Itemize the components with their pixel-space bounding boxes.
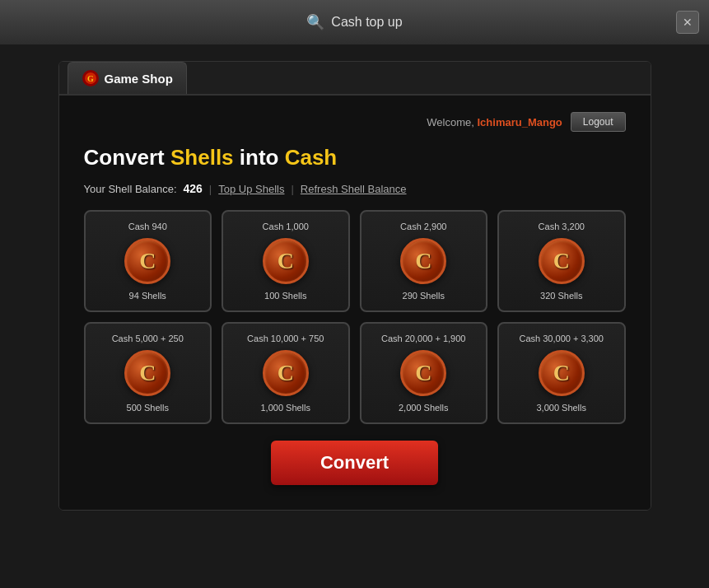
card-title: Cash 3,200 bbox=[539, 222, 585, 231]
tab-game-shop[interactable]: G Game Shop bbox=[68, 62, 187, 94]
window-title: Cash top up bbox=[331, 15, 402, 30]
card-title: Cash 20,000 + 1,900 bbox=[381, 334, 465, 343]
card-title: Cash 10,000 + 750 bbox=[247, 334, 324, 343]
username: Ichimaru_Mango bbox=[478, 116, 562, 128]
card-title: Cash 2,900 bbox=[400, 222, 446, 231]
card-card-8[interactable]: Cash 30,000 + 3,300 C 3,000 Shells bbox=[497, 322, 626, 424]
coin-icon: C bbox=[124, 238, 170, 284]
card-shells: 3,000 Shells bbox=[536, 403, 586, 413]
welcome-text: Welcome, Ichimaru_Mango bbox=[427, 116, 562, 128]
card-shells: 320 Shells bbox=[540, 291, 582, 301]
coin-icon: C bbox=[263, 350, 309, 396]
coin-icon: C bbox=[124, 350, 170, 396]
card-title: Cash 1,000 bbox=[263, 222, 309, 231]
logout-button[interactable]: Logout bbox=[571, 112, 626, 132]
card-card-7[interactable]: Cash 20,000 + 1,900 C 2,000 Shells bbox=[360, 322, 488, 424]
coin-icon: C bbox=[400, 350, 446, 396]
convert-button[interactable]: Convert bbox=[271, 441, 438, 485]
cash-word: Cash bbox=[285, 145, 338, 170]
top-up-link[interactable]: Top Up Shells bbox=[218, 183, 284, 195]
refresh-link[interactable]: Refresh Shell Balance bbox=[301, 183, 407, 195]
card-shells: 500 Shells bbox=[127, 403, 169, 413]
card-card-1[interactable]: Cash 940 C 94 Shells bbox=[84, 210, 212, 312]
card-card-3[interactable]: Cash 2,900 C 290 Shells bbox=[360, 210, 488, 312]
card-card-5[interactable]: Cash 5,000 + 250 C 500 Shells bbox=[84, 322, 212, 424]
card-card-2[interactable]: Cash 1,000 C 100 Shells bbox=[222, 210, 350, 312]
card-shells: 1,000 Shells bbox=[260, 403, 310, 413]
coin-icon: C bbox=[400, 238, 446, 284]
card-card-6[interactable]: Cash 10,000 + 750 C 1,000 Shells bbox=[222, 322, 350, 424]
tab-label: Game Shop bbox=[105, 72, 173, 86]
convert-area: Convert bbox=[84, 441, 626, 485]
content-area: Welcome, Ichimaru_Mango Logout Convert S… bbox=[59, 96, 651, 510]
coin-icon: C bbox=[539, 238, 585, 284]
title-bar: 🔍 Cash top up ✕ bbox=[0, 0, 709, 44]
page-title: Convert Shells into Cash bbox=[84, 145, 626, 170]
card-card-4[interactable]: Cash 3,200 C 320 Shells bbox=[497, 210, 626, 312]
svg-text:G: G bbox=[87, 74, 94, 83]
cards-grid: Cash 940 C 94 Shells Cash 1,000 C 100 Sh… bbox=[84, 210, 626, 424]
card-title: Cash 940 bbox=[128, 222, 167, 231]
balance-amount: 426 bbox=[184, 182, 203, 195]
balance-label: Your Shell Balance: bbox=[84, 183, 177, 195]
card-shells: 94 Shells bbox=[129, 291, 166, 301]
main-window: G Game Shop Welcome, Ichimaru_Mango Logo… bbox=[58, 61, 651, 511]
game-shop-icon: G bbox=[82, 69, 100, 87]
card-shells: 290 Shells bbox=[403, 291, 445, 301]
shells-word: Shells bbox=[170, 145, 234, 170]
card-shells: 2,000 Shells bbox=[399, 403, 449, 413]
balance-row: Your Shell Balance: 426 | Top Up Shells … bbox=[84, 182, 626, 195]
card-title: Cash 30,000 + 3,300 bbox=[520, 334, 604, 343]
header-row: Welcome, Ichimaru_Mango Logout bbox=[84, 112, 626, 132]
card-shells: 100 Shells bbox=[264, 291, 306, 301]
title-bar-content: 🔍 Cash top up bbox=[306, 13, 402, 31]
coin-icon: C bbox=[263, 238, 309, 284]
coin-icon: C bbox=[539, 350, 585, 396]
tab-bar: G Game Shop bbox=[59, 62, 651, 96]
search-icon: 🔍 bbox=[306, 13, 324, 31]
card-title: Cash 5,000 + 250 bbox=[112, 334, 184, 343]
close-button[interactable]: ✕ bbox=[676, 11, 699, 34]
